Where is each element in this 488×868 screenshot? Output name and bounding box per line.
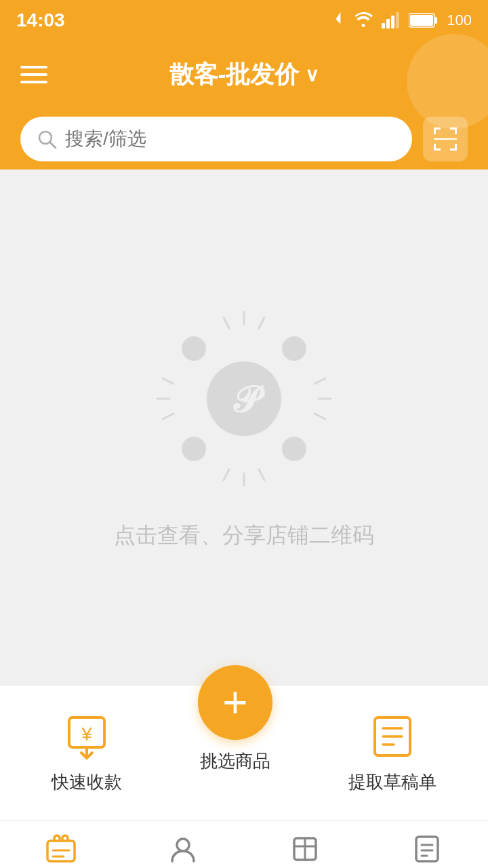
svg-rect-16: [455, 144, 457, 151]
battery-icon: [409, 13, 439, 28]
svg-line-25: [163, 378, 174, 384]
tab-orders[interactable]: 订单: [366, 834, 488, 869]
status-icons: 100: [330, 11, 472, 30]
battery-level: 100: [447, 12, 472, 29]
svg-point-32: [182, 437, 206, 461]
fab-label: 挑选商品: [200, 749, 270, 773]
header-title[interactable]: 散客-批发价 ∨: [169, 58, 319, 92]
fab-button[interactable]: +: [198, 665, 272, 740]
tab-customer-icon: [168, 834, 198, 864]
svg-rect-6: [410, 15, 433, 26]
svg-line-28: [314, 378, 325, 384]
menu-button[interactable]: [20, 66, 47, 83]
tab-order-icon: [45, 834, 77, 864]
draft-icon: [368, 712, 417, 761]
main-content: 𝒫 点击查看、分享店铺二维码: [0, 170, 488, 685]
bluetooth-icon: [330, 11, 345, 30]
search-input[interactable]: [65, 128, 396, 150]
quick-pay-icon: ¥: [62, 712, 111, 761]
signal-icon: [382, 12, 401, 28]
qr-decoration-icon: 𝒫: [149, 304, 339, 494]
search-input-wrap[interactable]: [20, 117, 412, 161]
search-icon: [37, 129, 57, 149]
svg-rect-10: [434, 127, 436, 134]
tab-goods-icon: [290, 834, 320, 864]
svg-rect-0: [382, 23, 385, 28]
qr-hint-text: 点击查看、分享店铺二维码: [114, 521, 374, 551]
svg-rect-14: [434, 144, 436, 151]
header-title-text: 散客-批发价: [169, 58, 300, 92]
svg-point-31: [282, 336, 306, 361]
draft-button[interactable]: 提取草稿单: [348, 712, 436, 794]
svg-rect-2: [391, 16, 394, 28]
status-bar: 14:03 100: [0, 0, 488, 41]
scan-icon: [432, 126, 458, 152]
tab-goods[interactable]: 商品: [244, 834, 366, 869]
svg-rect-1: [386, 19, 390, 28]
status-time: 14:03: [16, 9, 65, 31]
svg-point-30: [182, 336, 206, 361]
action-bar: ¥ 快速收款 + 挑选商品 提取草稿单: [0, 685, 488, 821]
svg-point-46: [177, 839, 189, 851]
svg-line-23: [224, 469, 229, 480]
tab-bar: 开单 客户 商品 订单: [0, 821, 488, 868]
qr-placeholder[interactable]: 𝒫 点击查看、分享店铺二维码: [114, 304, 374, 551]
tab-customer[interactable]: 客户: [122, 834, 244, 869]
svg-rect-3: [396, 12, 399, 28]
fab-icon: +: [222, 681, 247, 724]
svg-rect-50: [416, 837, 438, 861]
search-bar: [0, 108, 488, 170]
tab-order[interactable]: 开单: [0, 834, 122, 869]
svg-point-33: [282, 437, 306, 461]
title-chevron: ∨: [305, 64, 319, 86]
draft-label: 提取草稿单: [348, 770, 436, 794]
quick-pay-button[interactable]: ¥ 快速收款: [52, 712, 122, 794]
header: 散客-批发价 ∨: [0, 41, 488, 108]
svg-line-8: [50, 142, 56, 148]
svg-line-26: [163, 414, 174, 419]
svg-line-19: [259, 317, 264, 328]
quick-pay-label: 快速收款: [52, 770, 122, 794]
svg-line-22: [259, 469, 264, 480]
svg-line-20: [224, 317, 229, 328]
tab-orders-icon: [412, 834, 442, 864]
wifi-icon: [353, 12, 373, 28]
svg-rect-5: [434, 17, 437, 24]
svg-line-29: [314, 414, 325, 419]
svg-text:¥: ¥: [81, 724, 92, 745]
